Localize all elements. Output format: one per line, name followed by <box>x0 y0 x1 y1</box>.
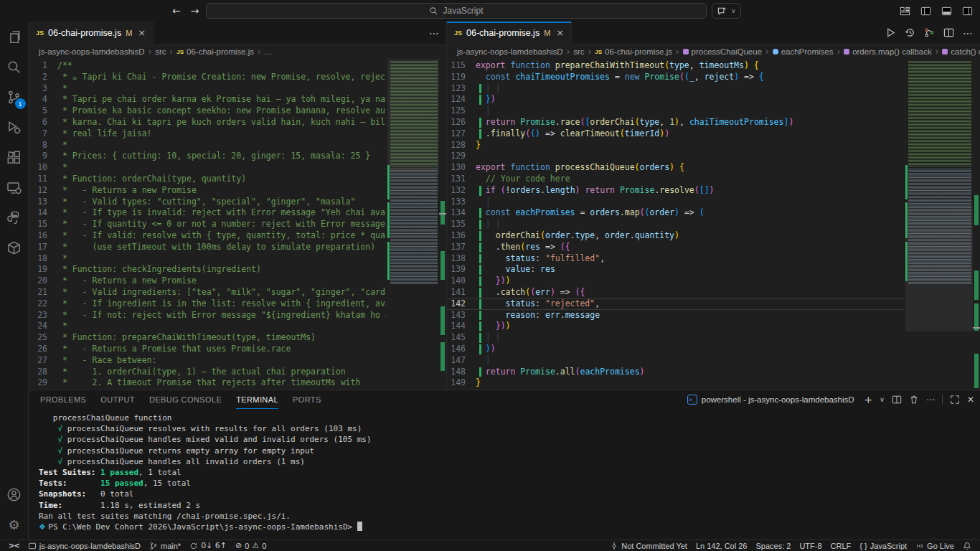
js-file-icon: JS <box>176 49 184 55</box>
breadcrumb-item[interactable]: js-async-oops-lamdebashisD <box>39 47 145 56</box>
breadcrumb-item[interactable]: catch() callback <box>942 47 980 56</box>
run-file-icon[interactable] <box>885 27 896 38</box>
workspace-indicator[interactable]: js-async-oops-lamdebashisD <box>24 540 145 551</box>
notifications-bell[interactable] <box>958 540 976 551</box>
code-line: 133 │ <box>447 197 904 208</box>
terminal-line: Time: 1.18 s, estimated 2 s <box>39 500 980 511</box>
run-debug-icon[interactable] <box>0 112 29 142</box>
code-line: 144 })) <box>447 321 904 332</box>
breadcrumb-item[interactable]: JS06-chai-promise.js <box>595 47 672 56</box>
git-modified-badge: M <box>544 29 550 37</box>
search-sidebar-icon[interactable] <box>0 52 29 82</box>
panel-tab-problems[interactable]: PROBLEMS <box>40 390 86 409</box>
back-button[interactable]: ← <box>172 5 181 17</box>
toggle-sidebar-icon[interactable] <box>920 6 931 17</box>
more-actions-icon[interactable]: ⋯ <box>963 27 973 39</box>
minimap-left[interactable] <box>387 59 439 390</box>
panel-more-icon[interactable]: ⋯ <box>926 395 935 405</box>
git-sync-indicator[interactable]: 0↓ 6↑ <box>185 540 231 551</box>
bottom-panel: PROBLEMSOUTPUTDEBUG CONSOLETERMINALPORTS… <box>29 390 980 540</box>
extensions-icon[interactable] <box>0 142 29 172</box>
tab-06-chai-promise-right[interactable]: JS 06-chai-promise.js M × <box>447 22 572 44</box>
split-terminal-icon[interactable] <box>892 395 902 405</box>
source-control-graph-icon[interactable] <box>924 27 935 38</box>
minimap-right[interactable] <box>905 59 973 390</box>
settings-gear-icon[interactable]: ⚙ <box>0 509 29 540</box>
code-line: 126 return Promise.race([orderChai(type,… <box>447 117 904 128</box>
breadcrumb-item[interactable]: js-async-oops-lamdebashisD <box>457 47 563 56</box>
breadcrumb-item[interactable]: orders.map() callback <box>844 47 932 56</box>
symbol-method-icon <box>844 49 849 55</box>
split-editor-icon[interactable] <box>943 27 954 38</box>
eol-indicator[interactable]: CRLF <box>826 540 856 551</box>
problems-indicator[interactable]: ⊘ 0 ⚠ 0 <box>231 540 270 551</box>
toggle-secondary-sidebar-icon[interactable] <box>962 6 973 17</box>
code-line: 27 * - Race between: <box>29 355 386 367</box>
tab-06-chai-promise[interactable]: JS 06-chai-promise.js M × <box>29 22 154 44</box>
breadcrumb-item[interactable]: ... <box>265 47 272 56</box>
terminal-dropdown-icon[interactable]: ∨ <box>880 396 885 403</box>
code-line: 4 * Tapri pe chai order karna ek Promise… <box>29 94 386 105</box>
explorer-icon[interactable] <box>0 22 29 52</box>
maximize-panel-icon[interactable] <box>950 395 960 405</box>
window-icon <box>28 542 37 550</box>
more-actions-icon[interactable]: ⋯ <box>429 27 439 39</box>
container-icon[interactable] <box>0 232 29 263</box>
command-center-search[interactable]: JavaScript <box>206 3 707 19</box>
kill-terminal-icon[interactable] <box>909 395 919 405</box>
tab-close-icon[interactable]: × <box>138 27 146 38</box>
encoding-indicator[interactable]: UTF-8 <box>795 540 826 551</box>
warning-icon: ⚠ <box>252 541 259 550</box>
breadcrumb-item[interactable]: src <box>155 47 166 56</box>
commit-indicator[interactable]: Not Committed Yet <box>606 540 692 551</box>
panel-tab-terminal[interactable]: TERMINAL <box>236 390 278 409</box>
breadcrumb-item[interactable]: src <box>573 47 584 56</box>
forward-button[interactable]: → <box>191 5 199 17</box>
toggle-panel-icon[interactable] <box>941 6 952 17</box>
remote-indicator[interactable]: >< <box>4 540 24 551</box>
terminal-output[interactable]: processChaiQueue function √ processChaiQ… <box>29 410 980 540</box>
live-preview-icon[interactable] <box>0 172 29 202</box>
go-live-button[interactable]: Go Live <box>911 540 958 551</box>
code-editor-right[interactable]: 115export function prepareChaiWithTimeou… <box>447 59 980 390</box>
python-icon[interactable] <box>0 202 29 232</box>
terminal-line: Test Suites: 1 passed, 1 total <box>39 467 980 478</box>
customize-layout-icon[interactable] <box>900 6 910 17</box>
code-line: 140 })) <box>447 276 904 287</box>
git-branch-indicator[interactable]: main* <box>145 540 185 551</box>
scrollbar-right[interactable] <box>973 59 980 390</box>
scm-badge: 1 <box>15 98 26 109</box>
indentation-indicator[interactable]: Spaces: 2 <box>751 540 795 551</box>
code-line: 134 const eachPromises = orders.map((ord… <box>447 207 904 219</box>
tab-close-icon[interactable]: × <box>556 27 564 38</box>
code-line: 124 }) <box>447 94 904 105</box>
terminal-cursor <box>357 522 362 531</box>
panel-tab-debug-console[interactable]: DEBUG CONSOLE <box>149 390 222 409</box>
code-line: 147 │ <box>447 355 904 367</box>
copilot-button[interactable]: ∨ <box>712 3 741 19</box>
close-panel-icon[interactable]: ✕ <box>967 395 974 405</box>
language-indicator[interactable]: { } JavaScript <box>855 540 911 551</box>
code-line: 1/** <box>29 60 386 72</box>
error-icon: ⊘ <box>235 541 242 550</box>
code-editor-left[interactable]: 1/**2 * ☕ Tapri ki Chai - Promise Creati… <box>29 59 446 390</box>
cursor-position[interactable]: Ln 142, Col 26 <box>692 540 752 551</box>
terminal-tab[interactable]: >_ powershell - js-async-oops-lamdebashi… <box>687 395 854 405</box>
account-icon[interactable] <box>0 479 29 509</box>
breadcrumb-item[interactable]: processChaiQueue <box>683 47 762 56</box>
code-line: 22 * - If ingredient is in the list: res… <box>29 298 386 310</box>
run-history-icon[interactable] <box>905 27 915 38</box>
terminal-icon: >_ <box>687 395 697 405</box>
breadcrumb-item[interactable]: eachPromises <box>773 47 834 56</box>
breadcrumb-item[interactable]: JS06-chai-promise.js <box>176 47 254 56</box>
panel-tab-ports[interactable]: PORTS <box>293 390 321 409</box>
scrollbar-left[interactable] <box>439 59 446 390</box>
code-line: 125 │ <box>447 105 904 117</box>
code-line: 25 * Function: prepareChaiWithTimeout(ty… <box>29 332 386 344</box>
breadcrumb-separator: › <box>764 47 771 57</box>
code-line: 13 * - Valid types: "cutting", "special"… <box>29 197 386 208</box>
source-control-icon[interactable]: 1 <box>0 82 29 112</box>
panel-tab-output[interactable]: OUTPUT <box>100 390 135 409</box>
new-terminal-icon[interactable]: + <box>864 394 873 405</box>
code-line: 24 * <box>29 321 386 332</box>
